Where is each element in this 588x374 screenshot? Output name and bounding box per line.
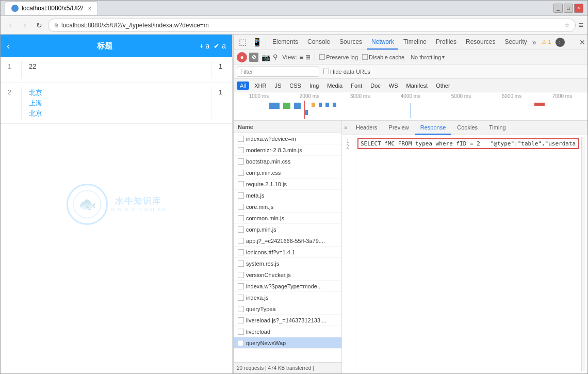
filter-input[interactable] — [237, 67, 319, 77]
devtools-close-btn[interactable]: ✕ — [579, 38, 585, 46]
url-bar[interactable]: 🗎 localhost:8080/x5/UI2/v_/typetest/inde… — [48, 19, 576, 32]
details-tab-headers[interactable]: Headers — [351, 121, 383, 135]
tab-profiles[interactable]: Profiles — [432, 35, 461, 50]
back-button[interactable]: ‹ — [5, 20, 16, 31]
file-icon — [238, 192, 244, 199]
file-item-2[interactable]: bootstrap.min.css — [234, 156, 341, 167]
type-tab-doc[interactable]: Doc — [367, 82, 384, 90]
file-item-0[interactable]: indexa.w?device=m — [234, 133, 341, 144]
devtools-more-icon[interactable]: » — [532, 38, 536, 46]
tab-sources[interactable]: Sources — [335, 35, 366, 50]
hide-data-urls-label[interactable]: Hide data URLs — [323, 69, 370, 75]
city-line-2: 上海 — [29, 99, 42, 108]
devtools-settings-icon[interactable]: ⋮ — [556, 38, 565, 47]
footer-text: 20 requests | 474 KB transferred | — [237, 365, 314, 371]
file-item-4[interactable]: require.2.1.10.js — [234, 178, 341, 190]
file-name: require.2.1.10.js — [246, 181, 287, 187]
app-back-button[interactable]: ‹ — [7, 41, 10, 52]
file-item-9[interactable]: app.j?_=c2421666-55ff-3a79.... — [234, 235, 341, 247]
bookmark-icon[interactable]: ☆ — [564, 22, 570, 29]
type-tab-ws[interactable]: WS — [386, 82, 401, 90]
tab-close-btn[interactable]: × — [88, 5, 91, 11]
file-item-17[interactable]: livereload — [234, 326, 341, 337]
throttle-arrow: ▾ — [442, 54, 445, 60]
type-tab-font[interactable]: Font — [348, 82, 365, 90]
type-tab-css[interactable]: CSS — [286, 82, 304, 90]
type-tab-xhr[interactable]: XHR — [251, 82, 269, 90]
filter-icon[interactable]: ⚲ — [273, 53, 278, 61]
browser-tab[interactable]: localhost:8080/x5/UI2/ × — [5, 2, 98, 15]
file-item-6[interactable]: core.min.js — [234, 201, 341, 213]
grid-view-icon[interactable]: ⊞ — [305, 54, 311, 61]
file-item-1[interactable]: modernizr-2.8.3.min.js — [234, 144, 341, 156]
minimize-btn[interactable]: _ — [553, 4, 563, 13]
type-tab-js[interactable]: JS — [271, 82, 284, 90]
file-item-5[interactable]: meta.js — [234, 190, 341, 201]
preserve-log-label[interactable]: Preserve log — [319, 54, 358, 60]
type-tab-all[interactable]: All — [237, 82, 249, 90]
view-label: View: — [282, 54, 297, 61]
type-tabs-bar: All XHR JS CSS Img Media Font Doc WS Man… — [234, 79, 587, 92]
hide-data-urls-checkbox[interactable] — [323, 69, 329, 74]
tab-security[interactable]: Security — [500, 35, 531, 50]
refresh-button[interactable]: ↻ — [34, 20, 45, 31]
file-item-11[interactable]: system.res.js — [234, 258, 341, 269]
preserve-log-checkbox[interactable] — [319, 54, 325, 60]
file-name: meta.js — [246, 192, 264, 199]
browser-menu-icon[interactable]: ≡ — [579, 21, 583, 30]
label-5000: 5000 ms — [436, 93, 486, 101]
type-tab-media[interactable]: Media — [324, 82, 346, 90]
file-icon — [238, 317, 244, 323]
list-view-icon[interactable]: ≡ — [299, 53, 303, 61]
details-tab-response[interactable]: Response — [415, 121, 451, 135]
file-list[interactable]: indexa.w?device=m modernizr-2.8.3.min.js… — [234, 133, 341, 362]
details-tabs: × Headers Preview Response Cookies Timin… — [342, 121, 587, 135]
file-item-3[interactable]: comp.min.css — [234, 167, 341, 178]
app-title: 标题 — [14, 41, 195, 51]
details-tab-preview[interactable]: Preview — [384, 121, 414, 135]
vertical-scrollbar[interactable] — [581, 137, 585, 371]
type-tab-img[interactable]: Img — [306, 82, 322, 90]
file-item-15[interactable]: queryTypea — [234, 303, 341, 315]
file-icon — [238, 306, 244, 312]
type-tab-manifest[interactable]: Manifest — [403, 82, 431, 90]
record-btn[interactable]: ● — [237, 52, 247, 62]
file-item-7[interactable]: common.min.js — [234, 213, 341, 224]
tab-network[interactable]: Network — [367, 35, 398, 50]
type-tab-other[interactable]: Other — [433, 82, 453, 90]
file-item-16[interactable]: livereload.js?_=14637312133.... — [234, 315, 341, 326]
file-item-10[interactable]: ionicons.ttf?v=1.4.1 — [234, 247, 341, 258]
tab-resources[interactable]: Resources — [462, 35, 499, 50]
separator — [266, 38, 266, 46]
file-item-14[interactable]: indexa.js — [234, 292, 341, 303]
devtools-device-icon[interactable]: 📱 — [250, 36, 264, 49]
file-item-8[interactable]: comp.min.js — [234, 224, 341, 235]
details-close-icon[interactable]: × — [344, 124, 348, 132]
clear-btn[interactable]: ⊘ — [249, 53, 258, 62]
app-row-2-content: 北京 上海 北京 — [22, 83, 211, 123]
disable-cache-checkbox[interactable] — [362, 54, 368, 60]
forward-button[interactable]: › — [19, 20, 30, 31]
file-item-18[interactable]: queryNewsWap — [234, 337, 341, 349]
label-4000: 4000 ms — [385, 93, 436, 101]
details-tab-cookies[interactable]: Cookies — [452, 121, 483, 135]
maximize-btn[interactable]: □ — [564, 4, 573, 13]
camera-btn[interactable]: 📷 — [260, 52, 271, 62]
city-line-3: 北京 — [29, 109, 42, 118]
tab-elements[interactable]: Elements — [268, 35, 302, 50]
app-row-1-count: 1 — [211, 57, 232, 83]
file-item-13[interactable]: indexa.w?$pageType=mode... — [234, 281, 341, 292]
details-tab-timing[interactable]: Timing — [484, 121, 511, 135]
app-check-action[interactable]: ✔ a — [214, 42, 226, 50]
file-icon — [238, 181, 244, 187]
tab-console[interactable]: Console — [303, 35, 334, 50]
file-item-12[interactable]: versionChecker.js — [234, 269, 341, 281]
throttle-selector[interactable]: No throttling ▾ — [411, 54, 445, 60]
close-window-btn[interactable]: × — [574, 4, 583, 13]
preserve-log-text: Preserve log — [326, 54, 358, 60]
file-list-area: Name indexa.w?device=m modernizr-2.8.3.m… — [234, 121, 342, 373]
devtools-inspect-icon[interactable]: ⬚ — [236, 36, 249, 49]
tab-timeline[interactable]: Timeline — [399, 35, 431, 50]
disable-cache-label[interactable]: Disable cache — [362, 54, 404, 60]
app-add-action[interactable]: + a — [199, 42, 209, 50]
